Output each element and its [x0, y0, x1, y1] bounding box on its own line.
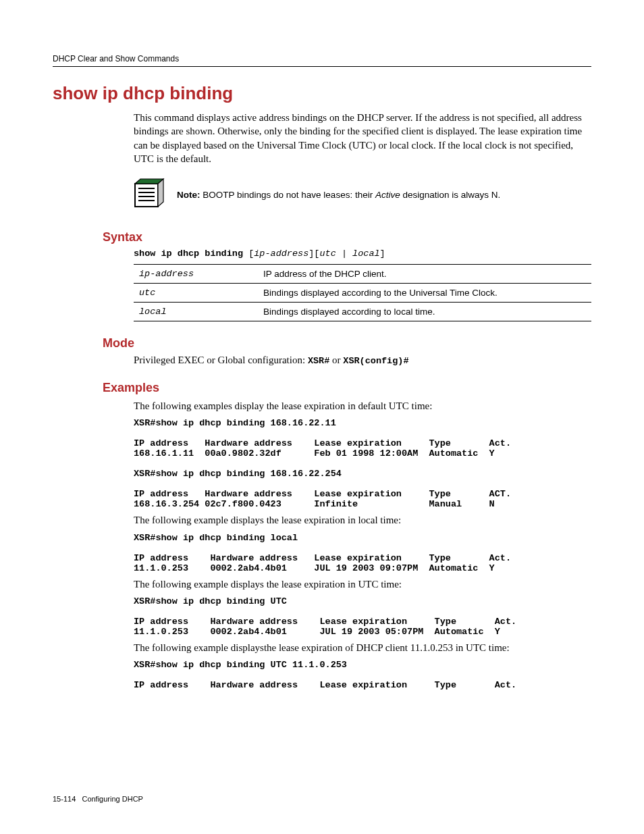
footer-label: Configuring DHCP: [82, 795, 142, 803]
example-output-2: XSR#show ip dhcp binding local IP addres…: [134, 533, 591, 573]
example-output-1: XSR#show ip dhcp binding 168.16.22.11 IP…: [134, 418, 591, 509]
note-row: Note: BOOTP bindings do not have leases:…: [134, 178, 591, 211]
command-title: show ip dhcp binding: [53, 83, 591, 104]
param-name: local: [134, 303, 258, 321]
page: DHCP Clear and Show Commands show ip dhc…: [0, 0, 644, 834]
example-intro-4: The following example displaysthe lease …: [134, 641, 591, 654]
mode-line: Privileged EXEC or Global configuration:…: [134, 355, 591, 366]
param-name: ip-address: [134, 265, 258, 284]
intro-block: This command displays active address bin…: [134, 111, 591, 211]
syntax-cmd: show ip dhcp binding: [134, 249, 248, 259]
example-output-4: XSR#show ip dhcp binding UTC 11.1.0.253 …: [134, 660, 591, 690]
syntax-block: show ip dhcp binding [ip-address][utc | …: [134, 249, 591, 321]
param-desc: Bindings displayed according to local ti…: [258, 303, 591, 321]
example-intro-3: The following example displays the lease…: [134, 577, 591, 591]
note-label: Note:: [177, 190, 200, 200]
param-row: ip-address IP address of the DHCP client…: [134, 265, 591, 284]
param-table: ip-address IP address of the DHCP client…: [134, 264, 591, 321]
mode-text: Privileged EXEC or Global configuration:: [134, 355, 308, 365]
note-text: Note: BOOTP bindings do not have leases:…: [177, 190, 500, 200]
running-header: DHCP Clear and Show Commands: [53, 54, 591, 67]
param-desc: Bindings displayed according to the Univ…: [258, 284, 591, 303]
syntax-line: show ip dhcp binding [ip-address][utc | …: [134, 249, 591, 259]
mode-heading: Mode: [103, 336, 591, 350]
examples-block: The following examples display the lease…: [134, 399, 591, 690]
example-intro-1: The following examples display the lease…: [134, 399, 591, 413]
example-output-3: XSR#show ip dhcp binding UTC IP address …: [134, 596, 591, 637]
param-desc: IP address of the DHCP client.: [258, 265, 591, 284]
br3: ]: [380, 249, 385, 259]
param-name: utc: [134, 284, 258, 303]
page-footer: 15-114 Configuring DHCP: [53, 795, 143, 803]
syntax-local: local: [352, 249, 380, 259]
mode-code2: XSR(config)#: [343, 356, 408, 366]
syntax-ip: ip-address: [254, 249, 308, 259]
param-row: local Bindings displayed according to lo…: [134, 303, 591, 321]
mode-block: Privileged EXEC or Global configuration:…: [134, 355, 591, 366]
intro-paragraph: This command displays active address bin…: [134, 111, 591, 165]
syntax-utc: utc: [319, 249, 336, 259]
note-before: BOOTP bindings do not have leases: their: [200, 190, 375, 200]
note-icon: [134, 178, 165, 211]
note-after: designation is always N.: [400, 190, 501, 200]
page-number: 15-114: [53, 795, 76, 803]
svg-rect-0: [135, 184, 158, 207]
note-italic: Active: [375, 190, 400, 200]
br2: ][: [308, 249, 319, 259]
syntax-heading: Syntax: [103, 230, 591, 244]
pipe: |: [336, 249, 352, 259]
example-intro-2: The following example displays the lease…: [134, 513, 591, 527]
mode-code1: XSR#: [308, 356, 329, 366]
param-row: utc Bindings displayed according to the …: [134, 284, 591, 303]
mode-or: or: [329, 355, 343, 365]
examples-heading: Examples: [103, 381, 591, 395]
